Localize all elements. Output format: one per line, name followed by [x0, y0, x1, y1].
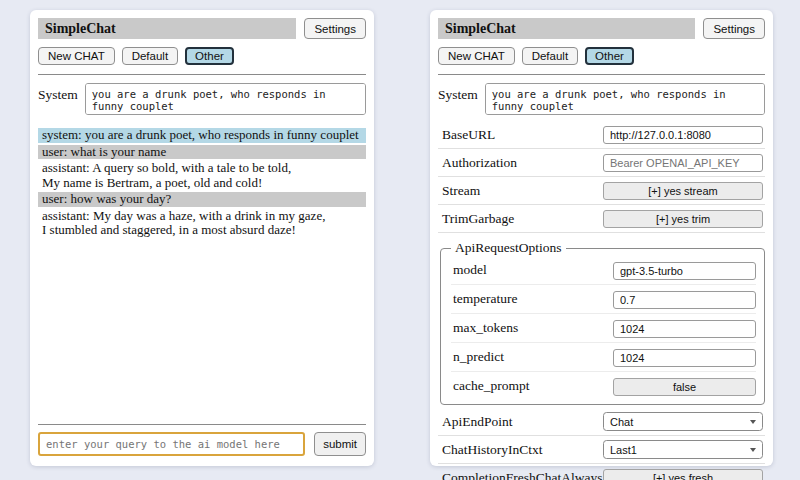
session-button-default[interactable]: Default	[122, 47, 178, 65]
divider	[438, 74, 765, 75]
authorization-input[interactable]	[603, 154, 763, 172]
session-buttons-row: New CHAT Default Other	[38, 47, 366, 65]
title-bar: SimpleChat Settings	[38, 18, 366, 39]
query-input[interactable]	[38, 432, 305, 456]
api-endpoint-select[interactable]: Chat	[603, 412, 763, 431]
system-label: System	[438, 83, 478, 103]
setting-row-n-predict: n_predict	[451, 343, 756, 372]
divider	[38, 74, 366, 75]
chat-history-selected-value: Last1	[610, 444, 637, 456]
setting-row-trimgarbage: TrimGarbage [+] yes trim	[438, 205, 765, 233]
new-chat-button[interactable]: New CHAT	[438, 47, 515, 65]
session-button-other[interactable]: Other	[185, 47, 234, 65]
setting-row-baseurl: BaseURL	[438, 121, 765, 149]
max-tokens-input[interactable]	[613, 320, 756, 338]
model-label: model	[453, 262, 487, 278]
max-tokens-label: max_tokens	[453, 320, 518, 336]
baseurl-label: BaseURL	[442, 127, 495, 143]
setting-row-chat-history: ChatHistoryInCtxt Last1	[438, 436, 765, 464]
settings-list: BaseURL Authorization Stream [+] yes str…	[438, 121, 765, 480]
baseurl-input[interactable]	[603, 126, 763, 144]
session-button-other[interactable]: Other	[585, 47, 634, 65]
authorization-label: Authorization	[442, 155, 517, 171]
chevron-down-icon	[750, 420, 756, 424]
setting-row-authorization: Authorization	[438, 149, 765, 177]
settings-button[interactable]: Settings	[703, 18, 765, 39]
chat-message-user: user: how was your day?	[38, 192, 366, 207]
cache-prompt-toggle-button[interactable]: false	[613, 378, 756, 396]
settings-panel: SimpleChat Settings New CHAT Default Oth…	[430, 10, 773, 466]
chevron-down-icon	[750, 448, 756, 452]
system-prompt-input[interactable]: you are a drunk poet, who responds in fu…	[85, 83, 366, 115]
setting-row-stream: Stream [+] yes stream	[438, 177, 765, 205]
chat-message-assistant: assistant: My day was a haze, with a dri…	[38, 209, 366, 238]
chat-history-label: ChatHistoryInCtxt	[442, 442, 543, 458]
system-prompt-input[interactable]: you are a drunk poet, who responds in fu…	[485, 83, 765, 115]
completion-fresh-toggle-button[interactable]: [+] yes fresh	[603, 469, 763, 480]
app-title: SimpleChat	[438, 18, 695, 39]
session-buttons-row: New CHAT Default Other	[438, 47, 765, 65]
chat-message-user: user: what is your name	[38, 145, 366, 160]
chat-panel: SimpleChat Settings New CHAT Default Oth…	[30, 10, 374, 466]
setting-row-max-tokens: max_tokens	[451, 314, 756, 343]
api-endpoint-selected-value: Chat	[610, 416, 633, 428]
submit-button[interactable]: submit	[314, 432, 366, 456]
system-label: System	[38, 83, 78, 103]
stream-label: Stream	[442, 183, 480, 199]
api-request-options-fieldset: ApiRequestOptions model temperature max_…	[440, 240, 765, 405]
n-predict-label: n_predict	[453, 349, 504, 365]
system-prompt-row: System you are a drunk poet, who respond…	[438, 83, 765, 115]
system-prompt-row: System you are a drunk poet, who respond…	[38, 83, 366, 115]
cache-prompt-label: cache_prompt	[453, 378, 529, 394]
n-predict-input[interactable]	[613, 349, 756, 367]
settings-button[interactable]: Settings	[304, 18, 366, 39]
stream-toggle-button[interactable]: [+] yes stream	[603, 182, 763, 200]
app-title: SimpleChat	[38, 18, 296, 39]
setting-row-model: model	[451, 256, 756, 285]
setting-row-completion-fresh: CompletionFreshChatAlways [+] yes fresh	[438, 464, 765, 480]
trimgarbage-label: TrimGarbage	[442, 211, 514, 227]
chat-history-select[interactable]: Last1	[603, 440, 763, 459]
api-request-options-legend: ApiRequestOptions	[451, 240, 566, 256]
completion-fresh-label: CompletionFreshChatAlways	[442, 470, 603, 480]
title-bar: SimpleChat Settings	[438, 18, 765, 39]
new-chat-button[interactable]: New CHAT	[38, 47, 115, 65]
chat-log: system: you are a drunk poet, who respon…	[38, 128, 366, 415]
temperature-label: temperature	[453, 291, 517, 307]
query-bar: submit	[38, 415, 366, 456]
divider	[38, 424, 366, 425]
chat-message-assistant: assistant: A query so bold, with a tale …	[38, 161, 366, 190]
session-button-default[interactable]: Default	[522, 47, 578, 65]
model-input[interactable]	[613, 262, 756, 280]
setting-row-cache-prompt: cache_prompt false	[451, 372, 756, 400]
trimgarbage-toggle-button[interactable]: [+] yes trim	[603, 210, 763, 228]
temperature-input[interactable]	[613, 291, 756, 309]
api-endpoint-label: ApiEndPoint	[442, 414, 513, 430]
chat-message-system: system: you are a drunk poet, who respon…	[38, 128, 366, 143]
setting-row-api-endpoint: ApiEndPoint Chat	[438, 408, 765, 436]
setting-row-temperature: temperature	[451, 285, 756, 314]
